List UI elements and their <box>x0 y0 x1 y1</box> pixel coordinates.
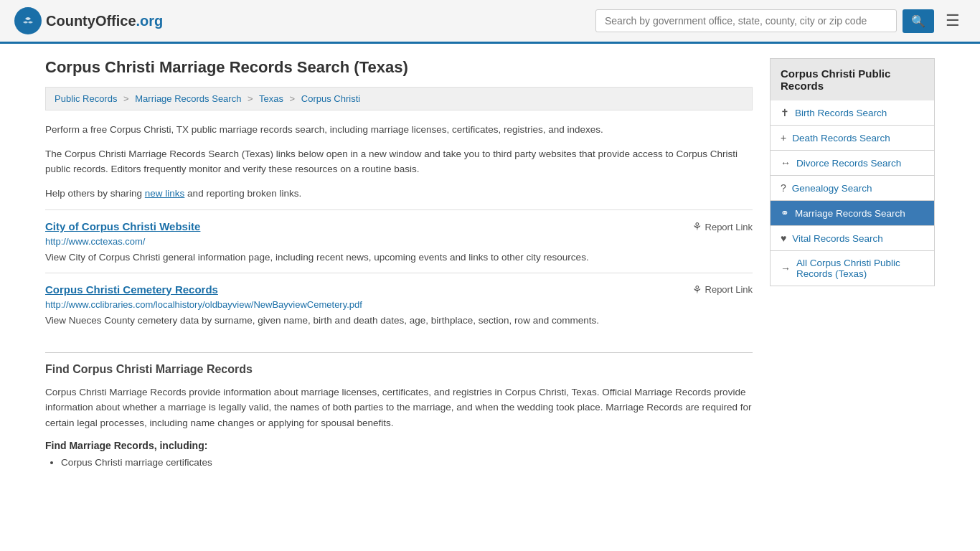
sidebar-item-genealogy[interactable]: ? Genealogy Search <box>770 176 935 201</box>
find-section-subheading: Find Marriage Records, including: <box>45 440 753 451</box>
sidebar-item-divorce-records[interactable]: ↔ Divorce Records Search <box>770 151 935 176</box>
all-records-icon: → <box>781 263 791 274</box>
intro-paragraph-2: The Corpus Christi Marriage Records Sear… <box>45 146 753 177</box>
breadcrumb-marriage-records[interactable]: Marriage Records Search <box>135 93 241 104</box>
sidebar-title: Corpus Christi Public Records <box>770 58 935 100</box>
logo-org: .org <box>136 13 164 29</box>
record-url-2[interactable]: http://www.cclibraries.com/localhistory/… <box>45 299 753 310</box>
record-title-2[interactable]: Corpus Christi Cemetery Records <box>45 283 218 296</box>
find-section-list: Corpus Christi marriage certificates <box>45 457 753 468</box>
record-entry-1: City of Corpus Christi Website ⚘ Report … <box>45 209 753 272</box>
menu-button[interactable]: ☰ <box>940 9 966 33</box>
sidebar-link-genealogy[interactable]: Genealogy Search <box>792 183 872 194</box>
sidebar: Corpus Christi Public Records ✝ Birth Re… <box>770 58 935 470</box>
page-title: Corpus Christi Marriage Records Search (… <box>45 58 753 77</box>
vital-icon: ♥ <box>781 232 786 244</box>
intro-paragraph-3: Help others by sharing new links and rep… <box>45 186 753 202</box>
search-icon: 🔍 <box>911 15 925 27</box>
intro-paragraph-1: Perform a free Corpus Christi, TX public… <box>45 122 753 138</box>
record-entry-2: Corpus Christi Cemetery Records ⚘ Report… <box>45 273 753 335</box>
find-section-paragraph: Corpus Christi Marriage Records provide … <box>45 385 753 431</box>
record-entry-2-header: Corpus Christi Cemetery Records ⚘ Report… <box>45 283 753 296</box>
logo-icon <box>14 7 42 34</box>
sidebar-label-marriage-records: Marriage Records Search <box>795 208 905 219</box>
breadcrumb-texas[interactable]: Texas <box>259 93 283 104</box>
record-title-1[interactable]: City of Corpus Christi Website <box>45 220 200 232</box>
sidebar-link-birth-records[interactable]: Birth Records Search <box>795 108 887 118</box>
breadcrumb-sep-1: > <box>123 93 129 104</box>
find-section-heading: Find Corpus Christi Marriage Records <box>45 363 753 376</box>
death-icon: + <box>781 132 786 143</box>
report-link-1[interactable]: ⚘ Report Link <box>692 220 753 233</box>
svg-point-0 <box>21 14 35 28</box>
breadcrumb: Public Records > Marriage Records Search… <box>45 87 753 110</box>
record-url-1[interactable]: http://www.cctexas.com/ <box>45 236 753 247</box>
sidebar-item-death-records[interactable]: + Death Records Search <box>770 126 935 151</box>
report-link-2[interactable]: ⚘ Report Link <box>692 283 753 296</box>
logo-area: CountyOffice.org <box>14 7 163 34</box>
record-entry-1-header: City of Corpus Christi Website ⚘ Report … <box>45 220 753 233</box>
sidebar-link-all-records[interactable]: All Corpus Christi Public Records (Texas… <box>796 258 924 279</box>
birth-icon: ✝ <box>781 107 789 118</box>
breadcrumb-public-records[interactable]: Public Records <box>55 93 117 104</box>
sidebar-item-marriage-records[interactable]: ⚭ Marriage Records Search <box>770 201 935 226</box>
breadcrumb-sep-2: > <box>248 93 253 104</box>
sidebar-link-death-records[interactable]: Death Records Search <box>792 133 890 143</box>
genealogy-icon: ? <box>781 182 786 194</box>
header: CountyOffice.org 🔍 ☰ <box>0 0 980 44</box>
intro-paragraph-3-suffix: and reporting broken links. <box>184 188 301 199</box>
marriage-icon: ⚭ <box>781 207 789 219</box>
sidebar-item-all-records[interactable]: → All Corpus Christi Public Records (Tex… <box>770 251 935 286</box>
hamburger-icon: ☰ <box>946 11 960 29</box>
logo-text: CountyOffice.org <box>46 13 163 29</box>
divorce-icon: ↔ <box>781 157 791 169</box>
content-area: Corpus Christi Marriage Records Search (… <box>45 58 753 470</box>
report-label-1: Report Link <box>705 222 753 232</box>
list-item-1: Corpus Christi marriage certificates <box>61 457 753 468</box>
search-button[interactable]: 🔍 <box>903 9 934 33</box>
report-label-2: Report Link <box>705 284 753 295</box>
breadcrumb-sep-3: > <box>290 93 296 104</box>
search-input[interactable] <box>595 9 897 32</box>
search-area: 🔍 ☰ <box>595 9 966 33</box>
breadcrumb-corpus-christi[interactable]: Corpus Christi <box>301 93 360 104</box>
report-icon-2: ⚘ <box>692 283 702 296</box>
record-desc-1: View City of Corpus Christi general info… <box>45 250 753 265</box>
new-links-link[interactable]: new links <box>145 188 185 199</box>
sidebar-item-birth-records[interactable]: ✝ Birth Records Search <box>770 100 935 126</box>
sidebar-link-vital-records[interactable]: Vital Records Search <box>792 233 883 244</box>
find-section: Find Corpus Christi Marriage Records Cor… <box>45 352 753 468</box>
record-desc-2: View Nueces County cemetery data by surn… <box>45 314 753 328</box>
sidebar-link-divorce-records[interactable]: Divorce Records Search <box>796 158 901 169</box>
main-container: Corpus Christi Marriage Records Search (… <box>31 44 949 484</box>
report-icon-1: ⚘ <box>692 220 702 233</box>
sidebar-item-vital-records[interactable]: ♥ Vital Records Search <box>770 226 935 251</box>
intro-paragraph-3-prefix: Help others by sharing <box>45 188 145 199</box>
